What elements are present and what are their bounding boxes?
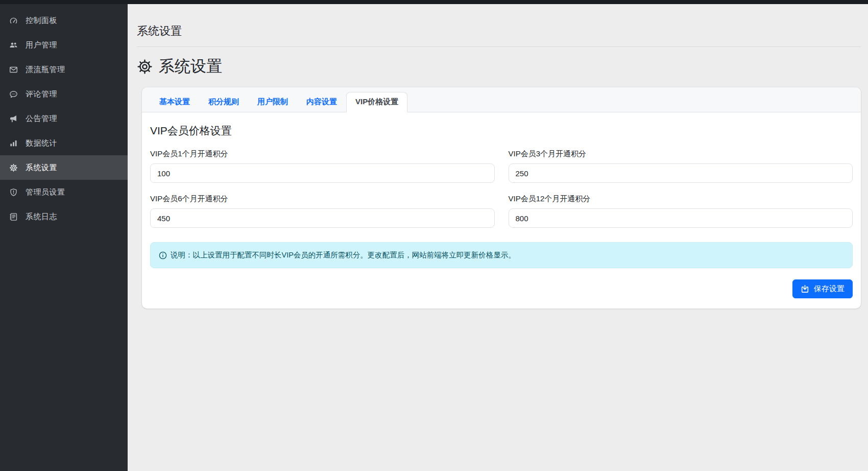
vip-price-panel: VIP会员价格设置 VIP会员1个月开通积分VIP会员3个月开通积分VIP会员6…	[142, 112, 861, 309]
tab-content[interactable]: 内容设置	[297, 92, 346, 112]
save-icon	[801, 285, 809, 293]
gear-icon	[137, 59, 153, 75]
main-content: 系统设置 系统设置 基本设置积分规则用户限制内容设置VIP价格设置 VIP会员价…	[128, 4, 868, 471]
field-label: VIP会员6个月开通积分	[150, 194, 495, 204]
page-header-title: 系统设置	[137, 23, 861, 39]
settings-tabs: 基本设置积分规则用户限制内容设置VIP价格设置	[142, 87, 861, 112]
sidebar-item-label: 数据统计	[26, 138, 57, 148]
settings-card: 基本设置积分规则用户限制内容设置VIP价格设置 VIP会员价格设置 VIP会员1…	[142, 87, 861, 309]
bar-chart-icon	[9, 139, 18, 148]
field-label: VIP会员12个月开通积分	[509, 194, 853, 204]
field-label: VIP会员3个月开通积分	[509, 149, 853, 159]
sidebar-item-label: 管理员设置	[26, 187, 65, 197]
vip-12-month-input[interactable]	[509, 208, 853, 228]
save-button-label: 保存设置	[814, 284, 845, 294]
page-title-text: 系统设置	[159, 56, 222, 77]
field-vip-12-month: VIP会员12个月开通积分	[509, 194, 853, 228]
info-circle-icon	[159, 251, 167, 260]
envelope-icon	[9, 65, 18, 74]
vip-6-month-input[interactable]	[150, 208, 495, 228]
vip-fields-grid: VIP会员1个月开通积分VIP会员3个月开通积分VIP会员6个月开通积分VIP会…	[150, 149, 853, 228]
tab-vip-price[interactable]: VIP价格设置	[346, 92, 407, 112]
vip-1-month-input[interactable]	[150, 163, 495, 183]
gear-icon	[9, 163, 18, 172]
page-title: 系统设置	[137, 56, 861, 77]
sidebar-item-system-logs[interactable]: 系统日志	[0, 204, 128, 229]
field-label: VIP会员1个月开通积分	[150, 149, 495, 159]
sidebar-item-dashboard[interactable]: 控制面板	[0, 8, 128, 33]
header-divider	[137, 46, 861, 47]
sidebar-item-label: 控制面板	[26, 16, 57, 26]
sidebar-item-announcements[interactable]: 公告管理	[0, 106, 128, 131]
journal-icon	[9, 213, 18, 221]
sidebar-item-label: 系统设置	[26, 163, 57, 173]
sidebar-item-system-settings[interactable]: 系统设置	[0, 155, 128, 180]
shield-icon	[9, 188, 18, 197]
save-settings-button[interactable]: 保存设置	[792, 279, 853, 298]
sidebar-item-label: 漂流瓶管理	[26, 65, 65, 75]
chat-icon	[9, 90, 18, 99]
sidebar-item-comments[interactable]: 评论管理	[0, 82, 128, 106]
sidebar-item-label: 公告管理	[26, 114, 57, 124]
field-vip-6-month: VIP会员6个月开通积分	[150, 194, 495, 228]
top-dark-bar	[0, 0, 868, 4]
tab-points[interactable]: 积分规则	[199, 92, 248, 112]
section-title: VIP会员价格设置	[150, 124, 853, 138]
sidebar-item-label: 评论管理	[26, 89, 57, 99]
sidebar-item-statistics[interactable]: 数据统计	[0, 131, 128, 155]
sidebar-item-label: 系统日志	[26, 212, 57, 222]
sidebar: 控制面板用户管理漂流瓶管理评论管理公告管理数据统计系统设置管理员设置系统日志	[0, 4, 128, 471]
sidebar-item-label: 用户管理	[26, 40, 57, 50]
megaphone-icon	[9, 114, 18, 123]
field-vip-3-month: VIP会员3个月开通积分	[509, 149, 853, 183]
people-icon	[9, 41, 18, 50]
actions-row: 保存设置	[150, 279, 853, 298]
tab-user-limits[interactable]: 用户限制	[248, 92, 297, 112]
field-vip-1-month: VIP会员1个月开通积分	[150, 149, 495, 183]
info-alert: 说明：以上设置用于配置不同时长VIP会员的开通所需积分。更改配置后，网站前端将立…	[150, 242, 853, 268]
info-alert-text: 说明：以上设置用于配置不同时长VIP会员的开通所需积分。更改配置后，网站前端将立…	[171, 250, 516, 260]
speedometer-icon	[9, 16, 18, 25]
sidebar-item-bottles[interactable]: 漂流瓶管理	[0, 57, 128, 82]
sidebar-item-admin-settings[interactable]: 管理员设置	[0, 180, 128, 204]
sidebar-item-users[interactable]: 用户管理	[0, 33, 128, 57]
tab-basic[interactable]: 基本设置	[150, 92, 199, 112]
vip-3-month-input[interactable]	[509, 163, 853, 183]
